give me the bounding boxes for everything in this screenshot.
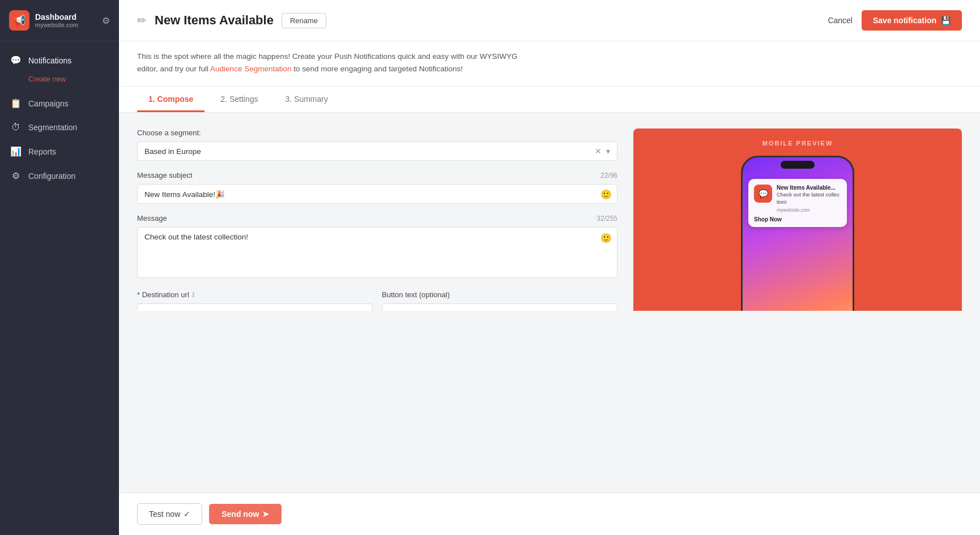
segment-group: Choose a segment: Based in Europe ✕ ▾ xyxy=(137,129,617,161)
segment-select[interactable]: Based in Europe ✕ ▾ xyxy=(137,142,617,161)
top-header: ✏ New Items Available Rename Cancel Save… xyxy=(119,0,980,41)
test-now-label: Test now xyxy=(149,510,180,519)
sidebar-item-notifications[interactable]: 💬 Notifications xyxy=(0,48,119,72)
subject-label: Message subject 22/96 xyxy=(137,171,617,179)
message-char-count: 32/255 xyxy=(596,215,617,222)
message-emoji-icon[interactable]: 🙂 xyxy=(600,233,612,243)
destination-info-icon[interactable]: ℹ xyxy=(192,290,195,299)
message-textarea-wrapper: Check out the latest collection! 🙂 xyxy=(137,227,617,280)
send-now-button[interactable]: Send now ➤ xyxy=(209,504,282,524)
segment-arrow-icon[interactable]: ▾ xyxy=(606,147,610,156)
edit-icon: ✏ xyxy=(137,14,147,27)
test-now-button[interactable]: Test now ✓ xyxy=(137,503,202,525)
sidebar-item-create-new[interactable]: Create new xyxy=(0,72,119,91)
content-area: Choose a segment: Based in Europe ✕ ▾ Me… xyxy=(119,113,980,310)
send-now-arrow-icon: ➤ xyxy=(262,510,269,519)
test-now-check-icon: ✓ xyxy=(184,510,190,519)
sidebar-item-reports[interactable]: 📊 Reports xyxy=(0,139,119,164)
campaigns-icon: 📋 xyxy=(10,98,22,109)
page-title: New Items Available xyxy=(155,13,274,28)
notif-url: mywebsite.com xyxy=(777,207,841,213)
save-icon: 💾 xyxy=(941,16,951,25)
description-area: This is the spot where all the magic hap… xyxy=(119,41,980,87)
notif-top: 💬 New Items Available... Check out the l… xyxy=(754,185,841,213)
sidebar-logo: 📢 xyxy=(9,10,29,31)
bottom-bar: Test now ✓ Send now ➤ xyxy=(119,493,980,535)
mobile-preview-box: MOBILE PREVIEW 💬 New Items Available... … xyxy=(633,129,962,310)
subject-input-wrapper: 🙂 xyxy=(137,184,617,204)
sidebar-item-campaigns[interactable]: 📋 Campaigns xyxy=(0,91,119,115)
sidebar-item-label: Configuration xyxy=(28,172,75,181)
phone-container: 💬 New Items Available... Check out the l… xyxy=(741,156,854,310)
sidebar-item-label: Segmentation xyxy=(28,123,77,132)
subject-char-count: 22/96 xyxy=(600,172,617,179)
description-text2: editor, and try our full xyxy=(137,65,208,73)
notif-app-icon: 💬 xyxy=(754,185,772,203)
tab-compose[interactable]: 1. Compose xyxy=(137,87,204,112)
button-text-label: Button text (optional) xyxy=(382,290,617,299)
form-side: Choose a segment: Based in Europe ✕ ▾ Me… xyxy=(137,129,617,310)
phone-frame: 💬 New Items Available... Check out the l… xyxy=(741,156,854,310)
preview-label: MOBILE PREVIEW xyxy=(762,140,833,147)
subject-input[interactable] xyxy=(137,184,617,204)
tab-summary[interactable]: 3. Summary xyxy=(274,87,339,112)
destination-col: * Destination url ℹ xyxy=(137,290,373,310)
notif-title: New Items Available... xyxy=(777,185,841,191)
sidebar-header: 📢 Dashboard mywebsite.com ⚙ xyxy=(0,0,119,41)
tabs-bar: 1. Compose 2. Settings 3. Summary xyxy=(119,87,980,113)
description-text3: to send more engaging and targeted Notif… xyxy=(293,65,463,73)
reports-icon: 📊 xyxy=(10,146,22,157)
message-group: Message 32/255 Check out the latest coll… xyxy=(137,214,617,280)
save-label: Save notification xyxy=(873,16,936,25)
main-content: ✏ New Items Available Rename Cancel Save… xyxy=(119,0,980,535)
notifications-icon: 💬 xyxy=(10,55,22,66)
button-text-input[interactable] xyxy=(382,303,617,310)
sidebar-dashboard-title: Dashboard xyxy=(35,12,78,22)
sidebar-item-label: Notifications xyxy=(28,56,71,65)
message-label: Message 32/255 xyxy=(137,214,617,222)
segment-value: Based in Europe xyxy=(144,147,595,156)
sidebar-item-segmentation[interactable]: ⏱ Segmentation xyxy=(0,115,119,139)
button-text-col: Button text (optional) xyxy=(382,290,617,310)
audience-segmentation-link[interactable]: Audience Segmentation xyxy=(210,65,291,73)
url-button-row: * Destination url ℹ Button text (optiona… xyxy=(137,290,617,310)
sidebar-nav: 💬 Notifications Create new 📋 Campaigns ⏱… xyxy=(0,41,119,535)
save-notification-button[interactable]: Save notification 💾 xyxy=(862,10,962,31)
message-input[interactable]: Check out the latest collection! xyxy=(137,227,617,278)
segmentation-icon: ⏱ xyxy=(10,122,22,132)
preview-side: MOBILE PREVIEW 💬 New Items Available... … xyxy=(633,129,962,310)
sidebar-item-label: Reports xyxy=(28,147,56,156)
destination-label: * Destination url ℹ xyxy=(137,290,373,299)
cancel-button[interactable]: Cancel xyxy=(828,16,853,25)
destination-input[interactable] xyxy=(137,303,373,310)
send-now-label: Send now xyxy=(221,510,259,519)
segment-label: Choose a segment: xyxy=(137,129,617,137)
notification-card: 💬 New Items Available... Check out the l… xyxy=(748,179,847,227)
rename-button[interactable]: Rename xyxy=(282,13,326,28)
tab-settings[interactable]: 2. Settings xyxy=(209,87,269,112)
segment-clear-icon[interactable]: ✕ xyxy=(595,147,602,156)
phone-screen: 💬 New Items Available... Check out the l… xyxy=(743,157,853,310)
notif-body: Check out the latest collec tion! xyxy=(777,191,841,206)
notif-shop-button: Shop Now xyxy=(754,215,841,222)
gear-icon[interactable]: ⚙ xyxy=(102,15,110,26)
sidebar-item-configuration[interactable]: ⚙ Configuration xyxy=(0,164,119,188)
phone-notch xyxy=(781,161,815,169)
notif-content: New Items Available... Check out the lat… xyxy=(777,185,841,213)
description-text1: This is the spot where all the magic hap… xyxy=(137,52,518,61)
configuration-icon: ⚙ xyxy=(10,170,22,181)
subject-emoji-icon[interactable]: 🙂 xyxy=(600,189,612,199)
sidebar: 📢 Dashboard mywebsite.com ⚙ 💬 Notificati… xyxy=(0,0,119,535)
sidebar-dashboard-subtitle: mywebsite.com xyxy=(35,22,78,28)
subject-group: Message subject 22/96 🙂 xyxy=(137,171,617,204)
sidebar-item-label: Campaigns xyxy=(28,99,69,108)
